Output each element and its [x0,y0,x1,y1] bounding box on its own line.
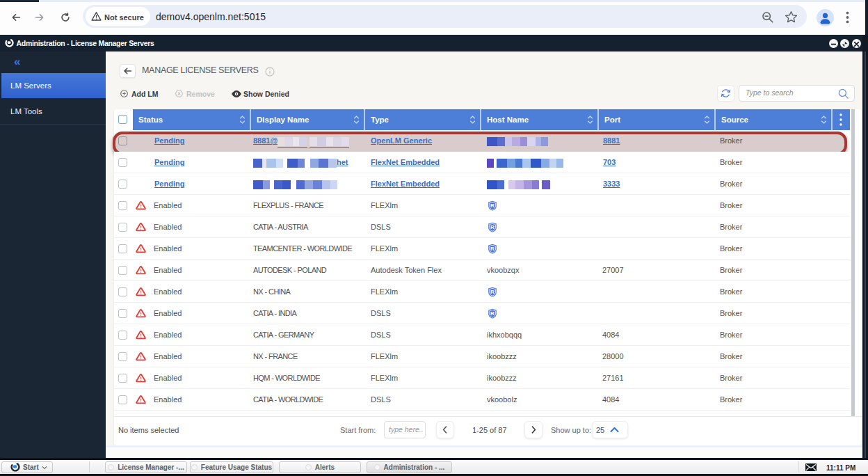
svg-text:R: R [490,310,495,317]
svg-text:R: R [490,203,495,209]
svg-text:R: R [490,224,495,230]
svg-text:R: R [490,289,495,295]
svg-text:R: R [490,246,495,252]
